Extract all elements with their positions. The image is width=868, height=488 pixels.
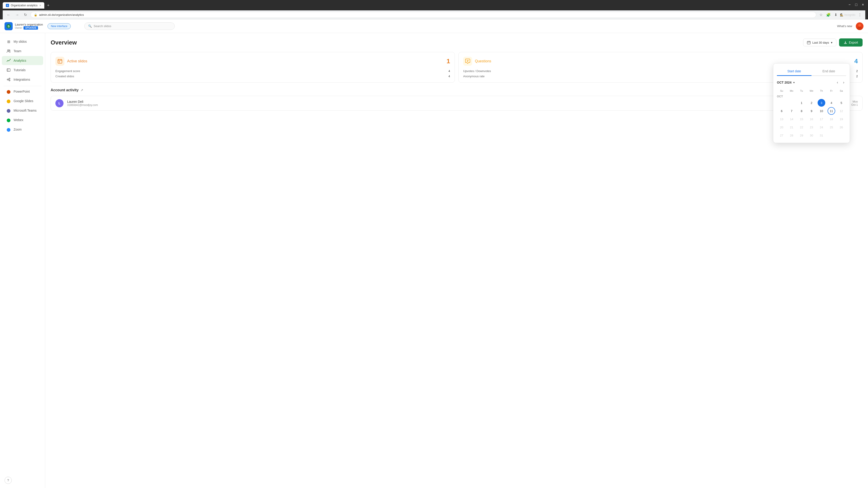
sidebar-item-label: My slidos <box>13 40 27 43</box>
cal-day-29[interactable]: 29 <box>798 131 805 139</box>
teams-icon: ⬤ <box>6 108 11 113</box>
active-slidos-stats: Engagement score 4 Created slidos 4 <box>55 69 450 78</box>
cal-day-19[interactable]: 19 <box>837 115 845 123</box>
cal-day-7[interactable]: 7 <box>788 107 796 115</box>
address-url: admin.sli.do/organization/analytics <box>39 13 84 17</box>
minimize-btn[interactable]: − <box>847 2 852 8</box>
sidebar-item-google-slides[interactable]: ⬤ Google Slides <box>2 96 43 105</box>
cal-day-4[interactable]: 4 <box>828 99 835 107</box>
svg-rect-14 <box>807 41 810 44</box>
active-slidos-value: 1 <box>446 58 450 65</box>
extensions-btn[interactable]: 🧩 <box>825 12 832 18</box>
logo: S Lauren's organization Owner UPGRADE <box>4 22 43 30</box>
day-header-su: Su <box>777 89 786 93</box>
back-btn[interactable]: ← <box>5 12 12 18</box>
anonymous-value: 2 <box>856 74 858 78</box>
upgrade-badge[interactable]: UPGRADE <box>24 26 38 30</box>
engagement-value: 4 <box>448 69 450 73</box>
cal-day-22[interactable]: 22 <box>798 123 805 131</box>
close-btn[interactable]: × <box>861 2 865 8</box>
forward-btn[interactable]: → <box>14 12 20 18</box>
cal-day-25[interactable]: 25 <box>828 123 835 131</box>
help-btn[interactable]: ? <box>4 477 12 484</box>
date-range-btn[interactable]: Last 30 days ▾ <box>803 39 836 46</box>
refresh-btn[interactable]: ↻ <box>23 12 28 18</box>
cal-day-1[interactable]: 1 <box>798 99 805 107</box>
restore-btn[interactable]: □ <box>854 2 859 8</box>
engagement-label: Engagement score <box>55 69 80 73</box>
sidebar-item-label-team: Team <box>13 49 21 53</box>
tab-close-btn[interactable]: × <box>39 4 41 7</box>
date-range-label: Last 30 days <box>812 41 829 44</box>
upvotes-label: Upvotes / Downvotes <box>463 69 491 73</box>
team-icon <box>6 49 11 53</box>
sidebar-item-tutorials[interactable]: Tutorials <box>2 66 43 74</box>
cal-day-12[interactable]: 12 <box>837 107 845 115</box>
avatar[interactable] <box>856 22 864 30</box>
external-link-icon[interactable]: ↗ <box>81 88 83 92</box>
cal-day-11[interactable]: 11 <box>828 107 835 115</box>
bookmark-btn[interactable]: ☆ <box>818 12 824 18</box>
cal-day-5[interactable]: 5 <box>837 99 845 107</box>
sidebar-item-label-analytics: Analytics <box>13 59 26 62</box>
google-slides-icon: ⬤ <box>6 99 11 103</box>
new-tab-btn[interactable]: + <box>45 2 51 9</box>
cal-day-15[interactable]: 15 <box>798 115 805 123</box>
sidebar-item-zoom[interactable]: ⬤ Zoom <box>2 125 43 134</box>
incognito-btn[interactable]: 🕵️ Incognito <box>840 13 855 17</box>
cal-day-3[interactable]: 3 <box>817 99 825 107</box>
cal-day-21[interactable]: 21 <box>788 123 796 131</box>
search-box[interactable]: 🔍 Search slidos <box>84 22 175 30</box>
questions-icon <box>463 57 472 66</box>
cal-day-23[interactable]: 23 <box>808 123 815 131</box>
cal-day-8[interactable]: 8 <box>798 107 805 115</box>
download-btn[interactable]: ⬇ <box>833 12 838 18</box>
cal-day-31[interactable]: 31 <box>817 131 825 139</box>
cal-nav-btns: ‹ › <box>835 79 846 86</box>
export-btn[interactable]: Export <box>839 38 863 46</box>
svg-text:S: S <box>8 25 10 28</box>
sidebar-item-team[interactable]: Team <box>2 46 43 56</box>
sidebar-item-integrations[interactable]: Integrations <box>2 75 43 84</box>
address-icon: 🔒 <box>34 13 37 17</box>
browser-nav: ← → ↻ 🔒 admin.sli.do/organization/analyt… <box>3 10 865 20</box>
address-bar[interactable]: 🔒 admin.sli.do/organization/analytics <box>31 12 816 18</box>
start-date-tab[interactable]: Start date <box>777 67 811 76</box>
sidebar-item-my-slidos[interactable]: ⊞ My slidos <box>2 37 43 46</box>
cal-day-26[interactable]: 26 <box>837 123 845 131</box>
cal-day-24[interactable]: 24 <box>817 123 825 131</box>
cal-day-2[interactable]: 2 <box>808 99 815 107</box>
day-header-we: We <box>807 89 816 93</box>
cal-day-27[interactable]: 27 <box>778 131 785 139</box>
sidebar-item-label-integrations: Integrations <box>13 78 30 81</box>
month-year-selector[interactable]: OCT 2024 ▼ <box>777 80 795 84</box>
upvotes-value: 2 <box>856 69 858 73</box>
sidebar-item-webex[interactable]: ⬤ Webex <box>2 116 43 125</box>
cal-day-9[interactable]: 9 <box>808 107 815 115</box>
incognito-label: Incognito <box>844 13 855 17</box>
cal-day-20[interactable]: 20 <box>778 123 785 131</box>
active-tab[interactable]: S Organization analytics × <box>3 2 44 8</box>
sidebar-item-label-powerpoint: PowerPoint <box>13 90 30 93</box>
cal-day-16[interactable]: 16 <box>808 115 815 123</box>
cal-day-13[interactable]: 13 <box>778 115 785 123</box>
org-info: Lauren's organization Owner UPGRADE <box>15 23 43 30</box>
next-month-btn[interactable]: › <box>841 79 846 86</box>
new-interface-btn[interactable]: New interface <box>48 23 71 29</box>
sidebar-item-microsoft-teams[interactable]: ⬤ Microsoft Teams <box>2 106 43 115</box>
powerpoint-icon: ⬤ <box>6 89 11 94</box>
sidebar-item-analytics[interactable]: Analytics <box>2 56 43 65</box>
questions-title: Questions <box>475 59 491 63</box>
cal-day-10[interactable]: 10 <box>817 107 825 115</box>
cal-day-28[interactable]: 28 <box>788 131 796 139</box>
cal-day-17[interactable]: 17 <box>817 115 825 123</box>
cal-day-6[interactable]: 6 <box>778 107 785 115</box>
end-date-tab[interactable]: End date <box>811 67 846 76</box>
prev-month-btn[interactable]: ‹ <box>835 79 840 86</box>
sidebar-item-powerpoint[interactable]: ⬤ PowerPoint <box>2 87 43 96</box>
cal-day-18[interactable]: 18 <box>828 115 835 123</box>
menu-btn[interactable]: ⋮ <box>857 12 863 18</box>
cal-day-30[interactable]: 30 <box>808 131 815 139</box>
cal-day-14[interactable]: 14 <box>788 115 796 123</box>
whats-new-link[interactable]: What's new <box>837 24 852 28</box>
